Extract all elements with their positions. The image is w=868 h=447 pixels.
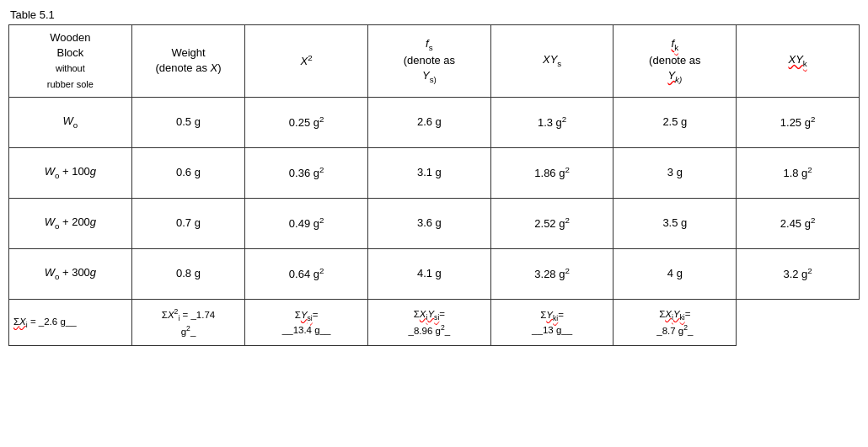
row4-col7: 3.2 g2: [737, 248, 860, 299]
row4-col3: 0.64 g2: [245, 248, 368, 299]
sum-col2: ΣX2i = _1.74g2_: [131, 299, 245, 345]
header-col6-text: fk(denote asYk): [617, 36, 732, 86]
row4-col1: Wo + 300g: [9, 248, 132, 299]
row1-col1: Wo: [9, 97, 132, 147]
header-col3-text: X2: [249, 52, 364, 70]
sum-col5: ΣYki=__13 g__: [490, 299, 613, 345]
header-col6: fk(denote asYk): [613, 25, 737, 98]
row2-col7: 1.8 g2: [737, 147, 860, 198]
header-col7: XYk: [737, 25, 860, 98]
row2-col3: 0.36 g2: [245, 147, 368, 198]
row4-col6: 4 g: [613, 248, 737, 299]
row3-col7: 2.45 g2: [737, 198, 860, 248]
sum-col3: ΣYsi=__13.4 g__: [245, 299, 368, 345]
row3-col1: Wo + 200g: [9, 198, 132, 248]
row1-col2: 0.5 g: [131, 97, 245, 147]
table-row: Wo + 200g 0.7 g 0.49 g2 3.6 g 2.52 g2 3.…: [9, 198, 860, 248]
header-col7-text: XYk: [740, 52, 855, 69]
row1-col4: 2.6 g: [368, 97, 491, 147]
data-table: WoodenBlockwithoutrubber sole Weight(den…: [8, 24, 860, 346]
row3-col6: 3.5 g: [613, 198, 737, 248]
table-row: Wo + 100g 0.6 g 0.36 g2 3.1 g 1.86 g2 3 …: [9, 147, 860, 198]
row2-col6: 3 g: [613, 147, 737, 198]
sum-col6: ΣXiYki=_8.7 g2_: [613, 299, 737, 345]
header-col4: fs(denote asYs): [368, 25, 491, 98]
row2-col2: 0.6 g: [131, 147, 245, 198]
header-col2-text: Weight(denote as X): [136, 45, 242, 76]
table-row: Wo + 300g 0.8 g 0.64 g2 4.1 g 3.28 g2 4 …: [9, 248, 860, 299]
row3-col5: 2.52 g2: [490, 198, 613, 248]
header-col1-text: WoodenBlockwithoutrubber sole: [13, 30, 128, 92]
header-col4-text: fs(denote asYs): [372, 36, 487, 86]
header-col3: X2: [245, 25, 368, 98]
row4-col5: 3.28 g2: [490, 248, 613, 299]
row2-col4: 3.1 g: [368, 147, 491, 198]
header-row: WoodenBlockwithoutrubber sole Weight(den…: [9, 25, 860, 98]
sum-col1: ΣXi = _2.6 g__: [9, 299, 132, 345]
header-col2: Weight(denote as X): [131, 25, 245, 98]
row3-col2: 0.7 g: [131, 198, 245, 248]
row1-col5: 1.3 g2: [490, 97, 613, 147]
row1-col3: 0.25 g2: [245, 97, 368, 147]
header-col5-text: XYs: [495, 52, 610, 69]
header-col1: WoodenBlockwithoutrubber sole: [9, 25, 132, 98]
row1-col6: 2.5 g: [613, 97, 737, 147]
row3-col4: 3.6 g: [368, 198, 491, 248]
row1-col7: 1.25 g2: [737, 97, 860, 147]
row2-col1: Wo + 100g: [9, 147, 132, 198]
row2-col5: 1.86 g2: [490, 147, 613, 198]
sum-row: ΣXi = _2.6 g__ ΣX2i = _1.74g2_ ΣYsi=__13…: [9, 299, 860, 345]
row4-col2: 0.8 g: [131, 248, 245, 299]
table-row: Wo 0.5 g 0.25 g2 2.6 g 1.3 g2 2.5 g 1.25…: [9, 97, 860, 147]
row3-col3: 0.49 g2: [245, 198, 368, 248]
header-col5: XYs: [490, 25, 613, 98]
table-title: Table 5.1: [10, 8, 860, 21]
row4-col4: 4.1 g: [368, 248, 491, 299]
sum-col4: ΣXiYsi=_8.96 g2_: [368, 299, 491, 345]
